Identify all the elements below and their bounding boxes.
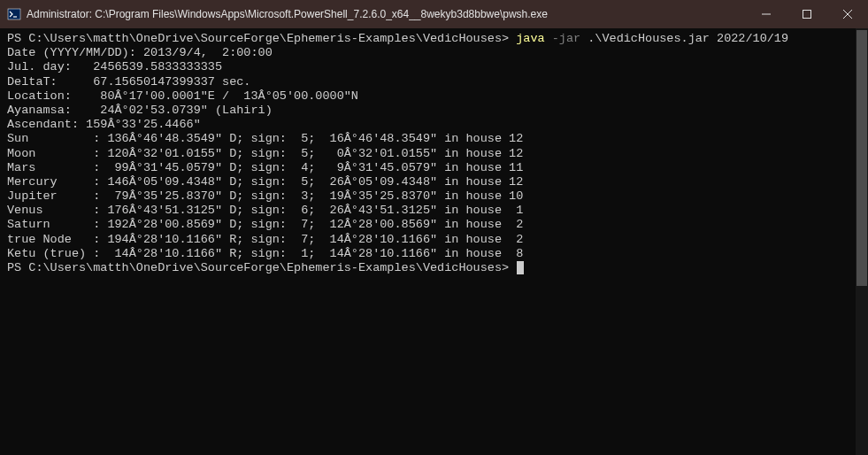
svg-rect-0 xyxy=(8,9,20,19)
window-controls xyxy=(746,0,868,28)
output-line: Sun : 136Â°46'48.3549" D; sign: 5; 16Â°4… xyxy=(7,132,861,146)
output-line: Venus : 176Â°43'51.3125" D; sign: 6; 26Â… xyxy=(7,204,861,218)
command-line: PS C:\Users\matth\OneDrive\SourceForge\E… xyxy=(7,32,861,46)
prompt: PS C:\Users\matth\OneDrive\SourceForge\E… xyxy=(7,32,516,45)
output-line: Jupiter : 79Â°35'25.8370" D; sign: 3; 19… xyxy=(7,189,861,204)
output-line: DeltaT: 67.15650147399337 sec. xyxy=(7,75,861,89)
cmd-executable: java xyxy=(516,32,544,45)
scrollbar[interactable] xyxy=(856,28,868,455)
output-line: Mercury : 146Â°05'09.4348" D; sign: 5; 2… xyxy=(7,175,861,189)
titlebar: Administrator: C:\Program Files\WindowsA… xyxy=(0,0,868,28)
close-button[interactable] xyxy=(827,0,868,28)
terminal-output[interactable]: PS C:\Users\matth\OneDrive\SourceForge\E… xyxy=(0,28,868,455)
output-line: Moon : 120Â°32'01.0155" D; sign: 5; 0Â°3… xyxy=(7,147,861,161)
output-line: Ascendant: 159Â°33'25.4466" xyxy=(7,118,861,132)
svg-rect-3 xyxy=(803,11,811,19)
output-line: Mars : 99Â°31'45.0579" D; sign: 4; 9Â°31… xyxy=(7,161,861,175)
cmd-args: .\VedicHouses.jar 2022/10/19 xyxy=(588,32,788,45)
terminal-window: Administrator: C:\Program Files\WindowsA… xyxy=(0,0,868,455)
output-line: Ayanamsa: 24Â°02'53.0739" (Lahiri) xyxy=(7,104,861,118)
minimize-button[interactable] xyxy=(746,0,787,28)
output-line: Saturn : 192Â°28'00.8569" D; sign: 7; 12… xyxy=(7,218,861,232)
cmd-flag: -jar xyxy=(552,32,580,45)
window-title: Administrator: C:\Program Files\WindowsA… xyxy=(27,8,746,20)
powershell-icon xyxy=(7,7,21,21)
cursor xyxy=(517,261,524,274)
prompt: PS C:\Users\matth\OneDrive\SourceForge\E… xyxy=(7,261,516,274)
output-line: Location: 80Â°17'00.0001"E / 13Â°05'00.0… xyxy=(7,89,861,104)
output-line: Ketu (true) : 14Â°28'10.1166" R; sign: 1… xyxy=(7,247,861,261)
prompt-line: PS C:\Users\matth\OneDrive\SourceForge\E… xyxy=(7,261,861,275)
scrollbar-thumb[interactable] xyxy=(856,30,867,286)
output-line: Date (YYYY/MM/DD): 2013/9/4, 2:00:00 xyxy=(7,46,861,60)
output-line: Jul. day: 2456539.5833333335 xyxy=(7,60,861,74)
output-line: true Node : 194Â°28'10.1166" R; sign: 7;… xyxy=(7,233,861,247)
maximize-button[interactable] xyxy=(787,0,827,28)
